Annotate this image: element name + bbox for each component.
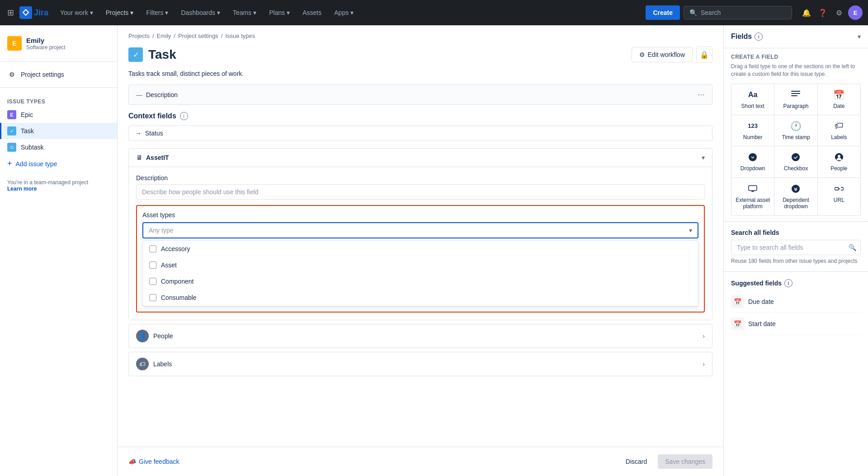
nav-teams[interactable]: Teams ▾ — [228, 5, 261, 20]
labels-field-row[interactable]: 🏷 Labels › — [128, 352, 712, 376]
svg-point-6 — [838, 155, 840, 158]
search-input[interactable] — [701, 9, 773, 16]
checkbox-accessory[interactable] — [149, 245, 156, 252]
context-fields-info-icon[interactable]: i — [180, 112, 188, 120]
field-type-paragraph[interactable]: Paragraph — [774, 84, 817, 115]
suggested-start-date[interactable]: 📅 Start date — [731, 313, 861, 335]
edit-workflow-button[interactable]: ⚙ Edit workflow — [632, 47, 693, 62]
sidebar-project-settings[interactable]: ⚙ Project settings — [0, 65, 117, 84]
asset-description-input[interactable] — [136, 184, 705, 200]
asset-type-dropdown[interactable]: Any type ▾ — [142, 222, 698, 238]
people-field-row[interactable]: 👤 People › — [128, 324, 712, 348]
nav-assets[interactable]: Assets — [298, 5, 326, 20]
field-type-short-text[interactable]: Aa Short text — [731, 84, 774, 115]
field-type-number[interactable]: 123 Number — [731, 115, 774, 146]
checkbox-component[interactable] — [149, 278, 156, 285]
fields-info-icon[interactable]: i — [755, 33, 763, 41]
nav-projects[interactable]: Projects ▾ — [101, 5, 138, 20]
dropdown-item-component[interactable]: Component — [143, 273, 698, 289]
checkbox-asset[interactable] — [149, 261, 156, 269]
right-panel-header: Fields i ▾ — [724, 25, 868, 48]
description-field[interactable]: — Description ⋯ — [128, 84, 712, 105]
dropdown-item-accessory[interactable]: Accessory — [143, 241, 698, 257]
add-issue-type-button[interactable]: + Add issue type — [0, 155, 117, 172]
status-label: Status — [145, 130, 163, 137]
dropdown-icon — [748, 152, 757, 163]
workflow-icon: ⚙ — [639, 51, 645, 58]
breadcrumb-sep-2: / — [174, 33, 175, 39]
people-field-label: People — [153, 332, 173, 340]
user-avatar[interactable]: E — [848, 5, 863, 20]
dropdown-placeholder: Any type — [149, 227, 173, 234]
search-bar[interactable]: 🔍 — [684, 6, 792, 19]
sidebar-item-epic[interactable]: E Epic — [0, 107, 117, 123]
field-type-date[interactable]: 📅 Date — [818, 84, 860, 115]
dropdown-item-asset[interactable]: Asset — [143, 257, 698, 273]
suggested-info-icon[interactable]: i — [784, 279, 793, 287]
top-navigation: ⊞ Jira Your work ▾ Projects ▾ Filters ▾ … — [0, 0, 868, 25]
dropdown-item-consumable[interactable]: Consumable — [143, 289, 698, 306]
nav-filters[interactable]: Filters ▾ — [142, 5, 173, 20]
breadcrumb-projects[interactable]: Projects — [128, 33, 150, 39]
field-type-grid: Aa Short text Paragraph 📅 Date — [731, 84, 861, 216]
search-fields-input[interactable] — [731, 240, 861, 255]
jira-logo[interactable]: Jira — [19, 6, 48, 19]
labels-type-label: Labels — [831, 134, 847, 140]
feedback-button[interactable]: 📣 Give feedback — [128, 458, 179, 465]
suggested-due-date[interactable]: 📅 Due date — [731, 291, 861, 313]
nav-apps[interactable]: Apps ▾ — [330, 5, 358, 20]
create-button[interactable]: Create — [646, 5, 680, 20]
breadcrumb-emily[interactable]: Emily — [157, 33, 171, 39]
short-text-label: Short text — [741, 103, 764, 109]
edit-workflow-label: Edit workflow — [648, 51, 685, 58]
asset-panel-header[interactable]: 🖥 AssetIT ▾ — [129, 149, 712, 167]
labels-field-left: 🏷 Labels — [136, 358, 172, 370]
discard-button[interactable]: Discard — [618, 454, 654, 469]
sidebar-item-subtask[interactable]: ⊂ Subtask — [0, 139, 117, 155]
breadcrumb-issue-types[interactable]: Issue types — [226, 33, 255, 39]
learn-more-link[interactable]: Learn more — [7, 186, 37, 192]
search-icon: 🔍 — [689, 9, 697, 16]
right-panel-chevron-icon[interactable]: ▾ — [858, 33, 861, 40]
dropdown-label-consumable: Consumable — [161, 294, 197, 301]
bottom-actions: 📣 Give feedback Discard Save changes — [118, 447, 723, 476]
settings-icon: ⚙ — [7, 70, 16, 79]
description-expand-icon[interactable]: ⋯ — [698, 90, 705, 99]
settings-button[interactable]: ⚙ — [832, 5, 846, 20]
field-type-checkbox[interactable]: Checkbox — [774, 146, 817, 177]
sidebar-epic-label: Epic — [21, 111, 33, 118]
field-type-url[interactable]: URL — [818, 178, 860, 215]
field-type-external-asset[interactable]: External asset platform — [731, 178, 774, 215]
nav-your-work[interactable]: Your work ▾ — [56, 5, 98, 20]
asset-description-label: Description — [136, 174, 705, 182]
feedback-icon: 📣 — [128, 458, 136, 465]
app-grid-icon[interactable]: ⊞ — [5, 6, 16, 19]
task-type-icon: ✓ — [128, 47, 143, 62]
checkbox-consumable[interactable] — [149, 294, 156, 301]
help-button[interactable]: ❓ — [816, 5, 830, 20]
checkbox-type-label: Checkbox — [784, 165, 808, 172]
field-type-people[interactable]: People — [818, 146, 860, 177]
number-label: Number — [743, 134, 763, 140]
save-changes-button[interactable]: Save changes — [658, 454, 712, 469]
field-type-dependent-dropdown[interactable]: Dependent dropdown — [774, 178, 817, 215]
labels-icon: 🏷 — [136, 358, 149, 370]
checkbox-type-icon — [791, 152, 800, 163]
subtask-icon: ⊂ — [7, 143, 16, 152]
field-type-labels[interactable]: 🏷 Labels — [818, 115, 860, 146]
description-field-label: Description — [146, 91, 178, 98]
breadcrumb-project-settings[interactable]: Project settings — [178, 33, 218, 39]
start-date-label: Start date — [748, 320, 776, 327]
sidebar-item-task[interactable]: ✓ Task — [0, 123, 117, 139]
field-type-timestamp[interactable]: 🕐 Time stamp — [774, 115, 817, 146]
search-fields-wrap: 🔍 — [731, 240, 861, 255]
content-area: — Description ⋯ Context fields i → Statu… — [118, 84, 723, 447]
nav-dashboards[interactable]: Dashboards ▾ — [176, 5, 225, 20]
nav-plans[interactable]: Plans ▾ — [264, 5, 294, 20]
start-date-icon: 📅 — [731, 317, 744, 330]
svg-rect-0 — [791, 91, 800, 92]
status-button[interactable]: → Status — [128, 126, 712, 141]
lock-button[interactable]: 🔒 — [696, 47, 712, 63]
notifications-button[interactable]: 🔔 — [799, 5, 814, 20]
field-type-dropdown[interactable]: Dropdown — [731, 146, 774, 177]
